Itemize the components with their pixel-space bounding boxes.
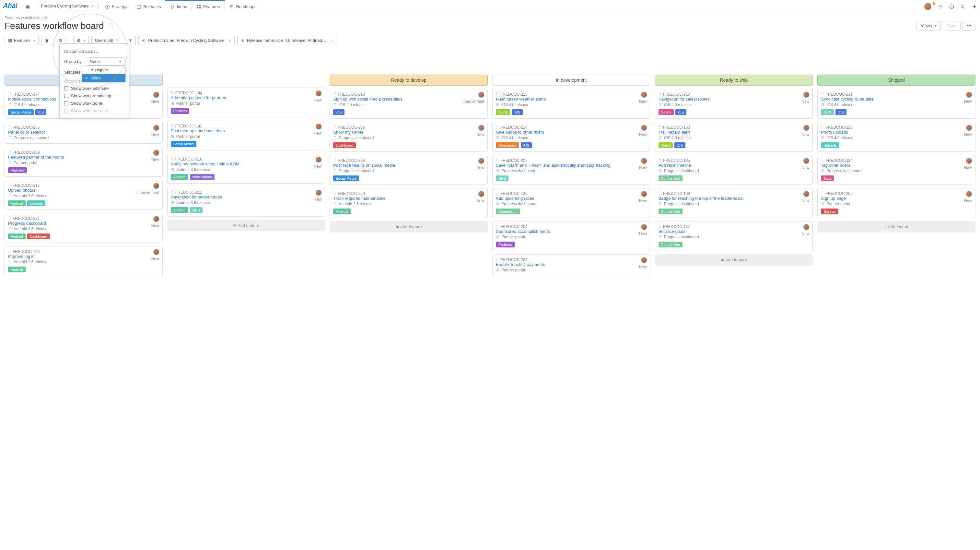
top-nav: Aha! Fredwin Cycling Software▼ Strategy … <box>0 0 980 12</box>
svg-text:?: ? <box>951 5 953 8</box>
grid-icon: ▦ <box>8 38 12 43</box>
bulb-icon <box>170 4 175 9</box>
plus-icon <box>972 4 977 9</box>
close-icon[interactable]: ⊗ <box>241 38 244 43</box>
roadmap-icon <box>229 4 234 9</box>
close-icon[interactable]: ⊗ <box>142 38 145 43</box>
search-icon <box>961 4 966 9</box>
nav-roadmaps[interactable]: Roadmaps <box>225 0 261 12</box>
svg-point-1 <box>107 6 108 8</box>
nav-settings[interactable] <box>935 3 946 9</box>
nav-features[interactable]: Features <box>191 0 224 12</box>
nav-search[interactable] <box>957 3 969 9</box>
favorite-star-icon[interactable]: ☆ <box>108 21 115 30</box>
product-filter-pill[interactable]: ⊗Product name: Fredwin Cycling Software <box>138 36 235 45</box>
svg-rect-4 <box>199 5 200 6</box>
nav-ideas[interactable]: Ideas <box>165 0 191 12</box>
breadcrumb[interactable]: Features workflow board <box>5 16 975 20</box>
svg-point-7 <box>940 6 941 7</box>
nav-help[interactable]: ? <box>946 3 957 9</box>
svg-rect-2 <box>137 5 141 8</box>
svg-rect-3 <box>197 5 198 6</box>
features-dropdown[interactable]: ▦Features <box>5 36 38 45</box>
target-icon <box>105 4 110 9</box>
product-picker[interactable]: Fredwin Cycling Software▼ <box>37 2 98 10</box>
svg-point-10 <box>961 5 964 8</box>
help-icon: ? <box>949 4 954 9</box>
filter-icon <box>128 38 132 43</box>
svg-rect-6 <box>199 7 200 8</box>
nav-strategy[interactable]: Strategy <box>100 0 132 12</box>
nav-avatar[interactable] <box>921 2 935 10</box>
calendar-icon <box>137 4 141 9</box>
notification-dot <box>933 2 935 5</box>
view-cards-button[interactable]: ▣ <box>41 36 52 45</box>
svg-rect-5 <box>197 7 198 8</box>
nav-releases[interactable]: Releases <box>132 0 165 12</box>
avatar-icon <box>924 3 931 10</box>
gear-popup: Customize cards… Group by: None▼ Statuse… <box>59 43 129 49</box>
gear-icon <box>938 4 943 9</box>
customize-cards-item[interactable]: Customize cards… <box>60 47 129 49</box>
save-button[interactable]: Save <box>943 21 961 30</box>
logo[interactable]: Aha! <box>0 0 21 12</box>
page-title: Features workflow board <box>5 21 104 31</box>
home-icon <box>25 4 30 9</box>
toolbar: ▦Features ▣ ⊞ ⚙ Users: All ⊗Product name… <box>0 34 980 49</box>
page-header: Features workflow board Features workflo… <box>0 12 980 34</box>
views-button[interactable]: Views <box>916 21 940 30</box>
grid-icon <box>196 4 201 9</box>
release-filter-pill[interactable]: ⊗Release name: iOS 4.0 release, Android… <box>237 36 336 45</box>
more-button[interactable]: ••• <box>963 21 975 30</box>
nav-home[interactable] <box>21 0 35 12</box>
nav-add[interactable] <box>969 3 980 9</box>
